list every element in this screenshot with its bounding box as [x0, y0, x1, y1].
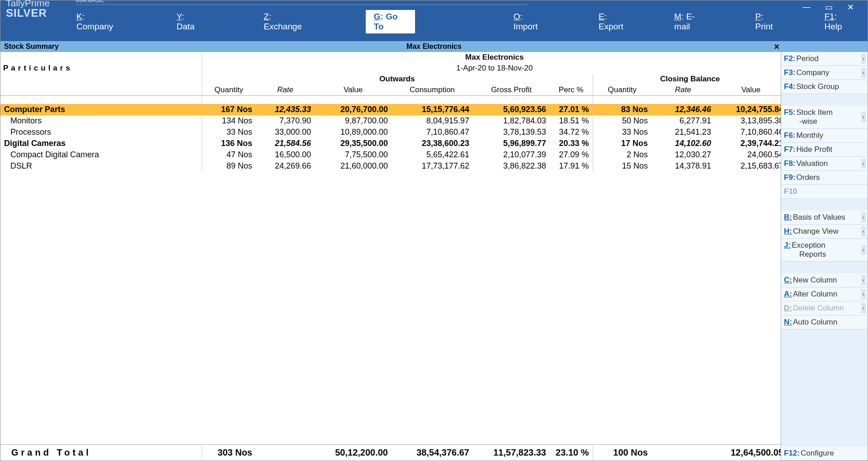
chevron-left-icon: ‹: [861, 289, 866, 299]
report-footer: Grand Total 303 Nos 50,12,200.00 38,54,3…: [0, 444, 781, 461]
side-period[interactable]: F2:Period‹: [781, 52, 868, 66]
col-value1: Value: [315, 85, 392, 95]
close-report-icon[interactable]: ×: [774, 42, 779, 52]
side-stock-group[interactable]: F4:Stock Group: [781, 80, 868, 94]
side-valuation[interactable]: F8:Valuation‹: [781, 157, 868, 171]
menu-data[interactable]: Y: Data: [168, 10, 210, 33]
company-title: Max Electronics: [202, 52, 787, 63]
particulars-header: Particulars: [0, 52, 202, 85]
col-rate2: Rate: [651, 85, 715, 95]
outwards-header: Outwards: [202, 74, 593, 85]
menu-e-mail[interactable]: M: E-mail: [666, 10, 715, 33]
report-area: Particulars Max Electronics 1-Apr-20 to …: [0, 52, 781, 461]
app-window: TallyPrime SILVER MANAGE — ▭ ✕ K: Compan…: [0, 0, 868, 461]
menu-help[interactable]: F1: Help: [816, 10, 862, 33]
chevron-left-icon: ‹: [861, 112, 866, 122]
side-gap: [781, 94, 868, 106]
side-gap: [781, 329, 868, 447]
group-row[interactable]: Computer Parts167 Nos12,435.3320,76,700.…: [0, 104, 781, 115]
manage-label[interactable]: MANAGE: [75, 0, 528, 5]
side-hide-profit[interactable]: F7:Hide Profit: [781, 143, 868, 157]
chevron-left-icon: ‹: [861, 54, 866, 64]
chevron-left-icon: ‹: [861, 226, 866, 236]
subheader-center: Max Electronics: [406, 42, 462, 51]
report-data: Computer Parts167 Nos12,435.3320,76,700.…: [0, 96, 781, 444]
chevron-left-icon: ‹: [861, 303, 866, 313]
item-row[interactable]: Monitors134 Nos7,370.909,87,700.008,04,9…: [0, 115, 781, 127]
menubar: K: CompanyY: DataZ: ExchangeG: Go ToO: I…: [0, 14, 868, 31]
col-consumption: Consumption: [392, 85, 473, 95]
titlebar: TallyPrime SILVER MANAGE — ▭ ✕ K: Compan…: [0, 0, 868, 41]
side-change-view[interactable]: H:Change View‹: [781, 225, 868, 239]
closing-header: Closing Balance: [593, 74, 787, 85]
grand-total-label: Grand Total: [0, 445, 202, 461]
chevron-left-icon: ‹: [861, 68, 866, 78]
side-delete-column: D:Delete Column‹: [781, 301, 868, 315]
gt-cons: 38,54,376.67: [392, 445, 473, 461]
gt-gp: 11,57,823.33: [473, 445, 550, 461]
menu-company[interactable]: K: Company: [68, 10, 127, 33]
minimize-icon[interactable]: —: [802, 2, 811, 12]
side-basis-of-values[interactable]: B:Basis of Values‹: [781, 211, 868, 225]
period-label: 1-Apr-20 to 18-Nov-20: [202, 63, 787, 74]
col-perc: Perc %: [550, 85, 593, 95]
side-gap: [781, 199, 868, 211]
gt-rate2: [651, 445, 715, 461]
side-gap: [781, 262, 868, 273]
subheader: Stock Summary Max Electronics ×: [0, 41, 868, 52]
chevron-left-icon: ‹: [861, 245, 866, 255]
group-row[interactable]: Digital Cameras136 Nos21,584.5629,35,500…: [0, 138, 781, 149]
side-f10: F10: [781, 185, 868, 199]
gt-perc: 23.10 %: [550, 445, 593, 461]
gt-rate1: [256, 445, 315, 461]
gt-value1: 50,12,200.00: [315, 445, 392, 461]
menu-exchange[interactable]: Z: Exchange: [255, 10, 316, 33]
body: Particulars Max Electronics 1-Apr-20 to …: [0, 52, 868, 461]
side-stock-item[interactable]: F5:Stock Item-wise‹: [781, 106, 868, 129]
chevron-left-icon: ‹: [861, 159, 866, 169]
col-qty1: Quantity: [202, 85, 256, 95]
subheader-left: Stock Summary: [0, 42, 59, 51]
menu-go-to[interactable]: G: Go To: [366, 10, 415, 33]
chevron-left-icon: ‹: [861, 275, 866, 285]
menu-export[interactable]: E: Export: [590, 10, 639, 33]
side-exception[interactable]: J:ExceptionReports‹: [781, 239, 868, 262]
col-value2: Value: [715, 85, 787, 95]
item-row[interactable]: DSLR89 Nos24,269.6621,60,000.0017,73,177…: [0, 160, 781, 172]
gt-qty1: 303 Nos: [202, 445, 256, 461]
side-orders[interactable]: F9:Orders: [781, 171, 868, 185]
side-auto-column[interactable]: N:Auto Column: [781, 315, 868, 329]
side-monthly[interactable]: F6:Monthly: [781, 129, 868, 143]
menu-print[interactable]: P: Print: [747, 10, 789, 33]
gt-value2: 12,64,500.05: [715, 445, 787, 461]
side-configure[interactable]: F12:Configure: [781, 447, 868, 461]
side-alter-column[interactable]: A:Alter Column‹: [781, 287, 868, 301]
col-qty2: Quantity: [593, 85, 651, 95]
menu-import[interactable]: O: Import: [505, 10, 554, 33]
side-new-column[interactable]: C:New Column‹: [781, 273, 868, 287]
item-row[interactable]: Processors33 Nos33,000.0010,89,000.007,1…: [0, 127, 781, 138]
side-panel: F2:Period‹F3:Company‹F4:Stock GroupF5:St…: [781, 52, 868, 461]
col-rate1: Rate: [256, 85, 315, 95]
gt-qty2: 100 Nos: [593, 445, 651, 461]
col-gross-profit: Gross Profit: [473, 85, 550, 95]
report-header: Particulars Max Electronics 1-Apr-20 to …: [0, 52, 781, 96]
side-company[interactable]: F3:Company‹: [781, 66, 868, 80]
chevron-left-icon: ‹: [861, 212, 866, 222]
item-row[interactable]: Compact Digital Camera47 Nos16,500.007,7…: [0, 149, 781, 160]
